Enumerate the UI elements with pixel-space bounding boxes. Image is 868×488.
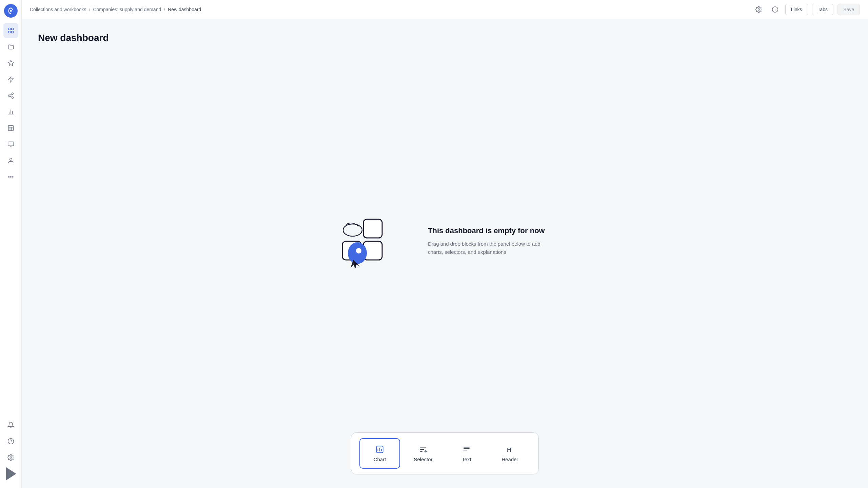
sidebar-item-tables[interactable] (3, 121, 18, 136)
svg-point-24 (8, 177, 9, 178)
blocks-panel: Chart Selector (351, 432, 539, 474)
sidebar-item-notifications[interactable] (3, 418, 18, 432)
empty-state-title: This dashboard is empty for now (428, 226, 557, 235)
svg-rect-20 (8, 142, 14, 146)
sidebar-item-settings[interactable] (3, 450, 18, 465)
topbar-actions: Links Tabs Save (753, 3, 860, 16)
sidebar-bottom (1, 418, 21, 484)
empty-text: This dashboard is empty for now Drag and… (428, 226, 557, 256)
breadcrumb-current: New dashboard (168, 7, 201, 12)
block-chart-label: Chart (374, 456, 386, 462)
block-item-text[interactable]: Text (446, 438, 487, 469)
svg-point-26 (12, 177, 13, 178)
sidebar-item-connections[interactable] (3, 88, 18, 103)
sidebar-item-favorites[interactable] (3, 56, 18, 70)
svg-rect-4 (11, 31, 13, 33)
svg-rect-1 (8, 28, 10, 30)
sidebar-item-help[interactable] (3, 434, 18, 449)
svg-point-29 (10, 457, 12, 459)
breadcrumb: Collections and workbooks / Companies: s… (30, 7, 750, 12)
svg-line-9 (10, 96, 12, 97)
svg-point-23 (9, 158, 12, 161)
block-header-label: Header (501, 456, 518, 462)
breadcrumb-part-1[interactable]: Collections and workbooks (30, 7, 86, 12)
svg-rect-2 (11, 28, 13, 30)
sidebar-item-collections[interactable] (3, 39, 18, 54)
bottom-panel: Chart Selector (38, 426, 852, 488)
save-button[interactable]: Save (837, 4, 860, 15)
settings-icon-button[interactable] (753, 3, 765, 16)
block-item-selector[interactable]: Selector (403, 438, 443, 469)
page-title: New dashboard (38, 33, 852, 43)
app-logo[interactable] (4, 4, 18, 18)
svg-point-0 (10, 10, 12, 12)
svg-text:H: H (507, 446, 511, 453)
empty-illustration (333, 207, 401, 275)
breadcrumb-sep-1: / (89, 7, 91, 12)
svg-marker-5 (8, 60, 14, 66)
svg-point-38 (343, 224, 362, 236)
svg-point-27 (8, 439, 14, 444)
breadcrumb-sep-2: / (164, 7, 165, 12)
svg-rect-15 (8, 126, 13, 131)
info-icon-button[interactable] (769, 3, 781, 16)
sidebar-item-analytics[interactable] (3, 104, 18, 119)
breadcrumb-part-2[interactable]: Companies: supply and demand (93, 7, 161, 12)
sidebar-item-users[interactable] (3, 153, 18, 168)
svg-point-6 (12, 93, 13, 95)
main-content: Collections and workbooks / Companies: s… (22, 0, 868, 488)
svg-point-7 (8, 95, 10, 97)
block-text-label: Text (462, 456, 471, 462)
page-content: New dashboard (22, 19, 868, 488)
topbar: Collections and workbooks / Companies: s… (22, 0, 868, 19)
sidebar (0, 0, 22, 488)
sidebar-item-more[interactable] (3, 169, 18, 184)
svg-point-31 (758, 8, 760, 10)
tabs-button[interactable]: Tabs (812, 4, 834, 15)
svg-rect-3 (8, 31, 10, 33)
block-item-chart[interactable]: Chart (359, 438, 400, 469)
sidebar-item-monitor[interactable] (3, 137, 18, 152)
svg-marker-30 (6, 468, 15, 480)
sidebar-item-dashboard[interactable] (3, 23, 18, 38)
svg-point-25 (10, 177, 11, 178)
block-item-header[interactable]: H Header (490, 438, 530, 469)
svg-line-10 (10, 94, 12, 95)
sidebar-nav (0, 23, 21, 418)
block-selector-label: Selector (414, 456, 432, 462)
links-button[interactable]: Links (785, 4, 808, 15)
empty-state: This dashboard is empty for now Drag and… (38, 57, 852, 426)
svg-point-40 (356, 248, 361, 253)
sidebar-expand-button[interactable] (3, 466, 18, 481)
svg-point-8 (12, 97, 13, 98)
sidebar-item-activity[interactable] (3, 72, 18, 87)
svg-rect-35 (363, 219, 382, 238)
empty-state-description: Drag and drop blocks from the panel belo… (428, 240, 557, 256)
